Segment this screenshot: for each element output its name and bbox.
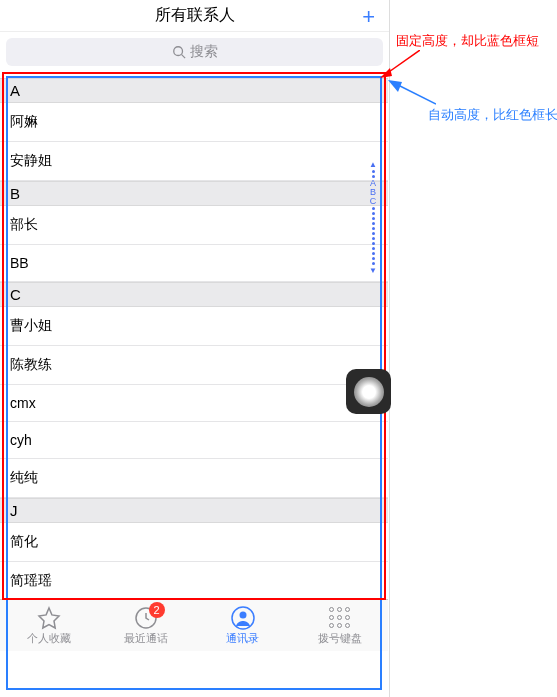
- alpha-index-bar[interactable]: ▲ A B C ▼: [368, 160, 378, 275]
- index-down-arrow: ▼: [369, 266, 377, 275]
- svg-marker-6: [380, 68, 392, 78]
- tab-keypad[interactable]: 拨号键盘: [291, 600, 388, 651]
- index-dot: [372, 227, 375, 230]
- index-up-arrow: ▲: [369, 160, 377, 169]
- tab-label: 个人收藏: [27, 631, 71, 646]
- star-icon: [37, 606, 61, 630]
- svg-line-1: [181, 55, 185, 59]
- index-dot: [372, 207, 375, 210]
- assistive-touch-button[interactable]: [346, 369, 391, 414]
- contact-item[interactable]: 阿嫲: [0, 103, 388, 142]
- svg-line-7: [396, 84, 436, 104]
- tab-label: 拨号键盘: [318, 631, 362, 646]
- contact-item[interactable]: 安静姐: [0, 142, 388, 181]
- page-title: 所有联系人: [155, 5, 235, 26]
- index-dot: [372, 257, 375, 260]
- add-contact-button[interactable]: +: [362, 4, 375, 30]
- index-letter[interactable]: C: [370, 197, 377, 206]
- contact-item[interactable]: 简化: [0, 523, 388, 562]
- contact-item[interactable]: 纯纯: [0, 459, 388, 498]
- section-header: J: [0, 498, 388, 523]
- nav-bar: 所有联系人 +: [0, 0, 389, 32]
- phone-frame: 所有联系人 + 搜索 A阿嫲安静姐B部长BBC曹小姐陈教练cmxcyh纯纯J简化…: [0, 0, 390, 697]
- svg-point-0: [173, 47, 182, 56]
- contact-list[interactable]: A阿嫲安静姐B部长BBC曹小姐陈教练cmxcyh纯纯J简化简瑶瑶JB: [0, 78, 388, 598]
- contact-item[interactable]: 部长: [0, 206, 388, 245]
- index-dot: [372, 237, 375, 240]
- tab-bar: 个人收藏 2 最近通话 通讯录: [0, 599, 388, 651]
- red-arrow: [378, 50, 420, 80]
- index-dot: [372, 247, 375, 250]
- blue-arrow: [388, 78, 436, 108]
- index-dot: [372, 212, 375, 215]
- person-icon: [231, 606, 255, 630]
- contact-item[interactable]: BB: [0, 245, 388, 282]
- svg-line-5: [386, 50, 420, 74]
- section-header: B: [0, 181, 388, 206]
- index-dot: [372, 217, 375, 220]
- annotation-blue: 自动高度，比红色框长: [428, 106, 557, 124]
- assistive-touch-icon: [354, 377, 384, 407]
- annotation-red: 固定高度，却比蓝色框短: [396, 32, 539, 50]
- index-dot: [372, 242, 375, 245]
- tab-favorites[interactable]: 个人收藏: [0, 600, 97, 651]
- search-input[interactable]: 搜索: [6, 38, 383, 66]
- contact-item[interactable]: 简瑶瑶: [0, 562, 388, 598]
- index-dot: [372, 262, 375, 265]
- tab-label: 最近通话: [124, 631, 168, 646]
- keypad-icon: [328, 606, 352, 630]
- index-dot: [372, 252, 375, 255]
- tab-label: 通讯录: [226, 631, 259, 646]
- index-dot: [372, 232, 375, 235]
- section-header: A: [0, 78, 388, 103]
- section-header: C: [0, 282, 388, 307]
- index-dot: [372, 170, 375, 173]
- recents-badge: 2: [149, 602, 165, 618]
- svg-point-4: [239, 611, 246, 618]
- tab-recents[interactable]: 2 最近通话: [97, 600, 194, 651]
- contact-item[interactable]: cyh: [0, 422, 388, 459]
- index-dot: [372, 222, 375, 225]
- contact-item[interactable]: cmx: [0, 385, 388, 422]
- svg-marker-8: [388, 80, 402, 92]
- search-icon: [172, 45, 186, 59]
- tab-contacts[interactable]: 通讯录: [194, 600, 291, 651]
- contact-item[interactable]: 曹小姐: [0, 307, 388, 346]
- contact-item[interactable]: 陈教练: [0, 346, 388, 385]
- search-placeholder: 搜索: [190, 43, 218, 61]
